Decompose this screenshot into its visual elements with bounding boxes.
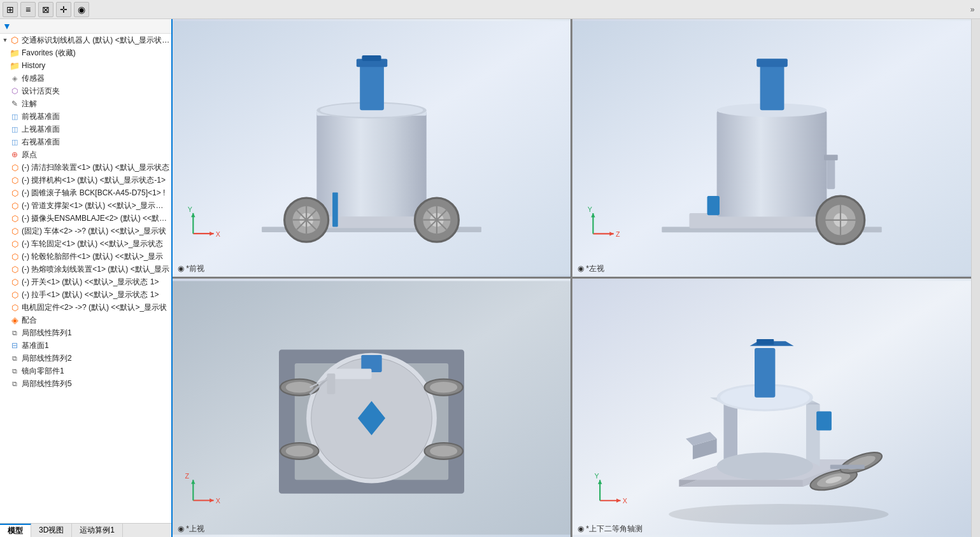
tree-item-history[interactable]: 📁History: [0, 59, 171, 72]
toolbar-expand-btn[interactable]: »: [967, 2, 977, 17]
origin-icon: ⊕: [9, 150, 20, 160]
tree-item-local-pattern5[interactable]: ⧉局部线性阵列5: [0, 377, 171, 390]
tree-item-top-plane[interactable]: ◫上视基准面: [0, 123, 171, 136]
tree-label-notes: 注解: [22, 99, 37, 109]
tree-label-switch: (-) 开关<1> (默认) <<默认>_显示状态 1>: [22, 277, 159, 288]
svg-rect-68: [330, 369, 372, 379]
plane-icon: ◫: [9, 111, 20, 122]
tree-label-assembly: 配合: [22, 315, 37, 326]
part-icon: ⬡: [9, 175, 20, 185]
viewport-left[interactable]: Z Y ◉ *左视: [572, 19, 971, 277]
tree-item-design[interactable]: ⬡设计活页夹: [0, 85, 171, 97]
toolbar-btn-grid[interactable]: ⊞: [3, 2, 18, 17]
tree-item-base-plane[interactable]: ⊟基准面1: [0, 339, 171, 352]
svg-rect-35: [717, 110, 827, 216]
part-icon: ⬡: [9, 162, 20, 172]
toolbar-btn-box[interactable]: ⊠: [38, 2, 53, 17]
tree-item-hotmelt[interactable]: ⬡(-) 热熔喷涂划线装置<1> (默认) <默认_显示: [0, 263, 171, 275]
toolbar-btn-circle[interactable]: ◉: [74, 2, 89, 17]
tree-label-mix: (-) 搅拌机构<1> (默认) <默认_显示状态-1>: [22, 175, 166, 186]
svg-rect-90: [755, 348, 775, 398]
svg-text:Z: Z: [616, 230, 620, 238]
tab-model[interactable]: 模型: [0, 524, 31, 537]
filter-icon: ▼: [3, 21, 11, 31]
tree-label-wheel-fix: (-) 车轮固定<1> (默认) <<默认>_显示状态: [22, 239, 163, 249]
svg-text:Y: Y: [588, 206, 592, 213]
tree-item-body[interactable]: ⬡(固定) 车体<2> ->? (默认) <<默认>_显示状: [0, 225, 171, 237]
tree-container: 📁Favorites (收藏)📁History◈传感器⬡设计活页夹✎注解◫前视基…: [0, 46, 171, 523]
tab-3d-view[interactable]: 3D视图: [31, 524, 72, 537]
tree-item-motor-fix[interactable]: ⬡电机固定件<2> ->? (默认) <<默认>_显示状: [0, 301, 171, 314]
tree-item-camera[interactable]: ⬡(-) 摄像头ENSAMBLAJE<2> (默认) <<默认>: [0, 212, 171, 225]
base-icon: ⊟: [9, 340, 20, 351]
viewport-iso-label: ◉ *上下二等角轴测: [578, 524, 643, 534]
viewport-iso[interactable]: X Y ◉ *上下二等角轴测: [572, 279, 971, 537]
toolbar-btn-cross[interactable]: ✛: [56, 2, 71, 17]
tree-item-right-plane[interactable]: ◫右视基准面: [0, 136, 171, 148]
pattern-icon: ⧉: [9, 366, 20, 376]
tree-item-pipe[interactable]: ⬡(-) 管道支撑架<1> (默认) <<默认>_显示状态: [0, 199, 171, 212]
tree-item-handle[interactable]: ⬡(-) 拉手<1> (默认) <<默认>_显示状态 1>: [0, 288, 171, 301]
tree-item-wheel-tyre[interactable]: ⬡(-) 轮毂轮胎部件<1> (默认) <<默认>_显示: [0, 250, 171, 263]
part-icon: ⬡: [9, 188, 20, 198]
tree-item-mix[interactable]: ⬡(-) 搅拌机构<1> (默认) <默认_显示状态-1>: [0, 174, 171, 186]
tree-label-design: 设计活页夹: [22, 86, 60, 97]
assembly-icon: ◈: [9, 315, 20, 325]
svg-rect-44: [707, 196, 720, 215]
assembly-icon: ⬡: [9, 35, 20, 45]
svg-text:Y: Y: [188, 206, 192, 213]
tree-label-front-plane: 前视基准面: [22, 111, 60, 122]
svg-rect-92: [756, 339, 774, 345]
tree-item-sensors[interactable]: ◈传感器: [0, 72, 171, 85]
tree-item-notes[interactable]: ✎注解: [0, 97, 171, 110]
svg-rect-8: [360, 61, 384, 111]
plane-icon: ◫: [9, 137, 20, 147]
toolbar-btn-list[interactable]: ≡: [20, 2, 36, 17]
tree-label-bearing: (-) 圆锥滚子轴承 BCK[BCK-A45-D75]<1> !: [22, 188, 165, 199]
tree-item-mirror[interactable]: ⧉镜向零部件1: [0, 365, 171, 377]
tree-item-local-pattern2[interactable]: ⧉局部线性阵列2: [0, 352, 171, 365]
bottom-tabs: 模型3D视图运动算例1: [0, 523, 171, 537]
tree-item-clean[interactable]: ⬡(-) 清洁扫除装置<1> (默认) <默认_显示状态: [0, 161, 171, 174]
part-icon: ⬡: [9, 239, 20, 249]
svg-point-61: [286, 382, 313, 393]
tree-item-front-plane[interactable]: ◫前视基准面: [0, 110, 171, 123]
tree-label-wheel-tyre: (-) 轮毂轮胎部件<1> (默认) <<默认>_显示: [22, 251, 163, 262]
tree-item-assembly[interactable]: ◈配合: [0, 314, 171, 326]
svg-marker-85: [806, 398, 820, 466]
tree-label-right-plane: 右视基准面: [22, 137, 60, 148]
svg-text:Y: Y: [595, 472, 599, 480]
svg-text:Z: Z: [185, 472, 189, 480]
tree-item-local-pattern1[interactable]: ⧉局部线性阵列1: [0, 326, 171, 339]
right-scrollbar[interactable]: [971, 19, 980, 537]
tree-item-bearing[interactable]: ⬡(-) 圆锥滚子轴承 BCK[BCK-A45-D75]<1> !: [0, 186, 171, 199]
tree-label-origin: 原点: [22, 150, 37, 160]
svg-point-67: [430, 445, 457, 456]
model-front: X Y: [173, 19, 571, 277]
tree-label-local-pattern5: 局部线性阵列5: [22, 379, 72, 389]
part-icon: ⬡: [9, 302, 20, 312]
tree-label-local-pattern1: 局部线性阵列1: [22, 328, 72, 338]
viewports-container: X Y ◉ *前视: [173, 19, 971, 537]
svg-rect-10: [362, 55, 381, 61]
viewport-top[interactable]: X Z ◉ *上视: [173, 279, 571, 537]
tree-root-item[interactable]: ▼ ⬡ 交通标识划线机器人 (默认) <默认_显示状态-1: [0, 34, 171, 46]
part-icon: ⬡: [9, 251, 20, 262]
svg-text:X: X: [623, 497, 627, 505]
viewport-front[interactable]: X Y ◉ *前视: [173, 19, 571, 277]
tree-item-origin[interactable]: ⊕原点: [0, 148, 171, 161]
filter-bar: ▼: [0, 19, 171, 34]
tree-item-switch[interactable]: ⬡(-) 开关<1> (默认) <<默认>_显示状态 1>: [0, 275, 171, 288]
tab-motion[interactable]: 运动算例1: [72, 524, 123, 537]
viewport-front-label: ◉ *前视: [178, 263, 204, 274]
svg-point-63: [430, 382, 457, 393]
sensor-icon: ◈: [9, 73, 20, 83]
svg-rect-69: [327, 373, 335, 394]
model-top: X Z: [173, 279, 571, 537]
tree-label-history: History: [22, 61, 45, 70]
tree-label-favorites: Favorites (收藏): [22, 48, 76, 59]
svg-rect-101: [830, 465, 865, 469]
tree-item-favorites[interactable]: 📁Favorites (收藏): [0, 46, 171, 59]
main-area: ▼ ▼ ⬡ 交通标识划线机器人 (默认) <默认_显示状态-1 📁Favorit…: [0, 19, 980, 537]
tree-item-wheel-fix[interactable]: ⬡(-) 车轮固定<1> (默认) <<默认>_显示状态: [0, 237, 171, 250]
